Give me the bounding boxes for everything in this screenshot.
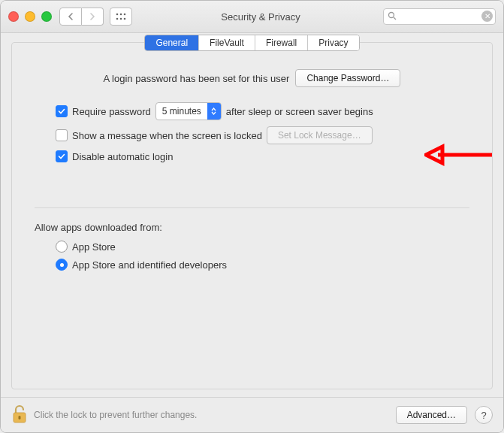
password-set-label: A login password has been set for this u… <box>104 73 290 84</box>
svg-rect-11 <box>19 416 21 419</box>
downloads-section-title: Allow apps downloaded from: <box>35 222 469 233</box>
require-password-checkbox[interactable] <box>56 105 68 117</box>
search-input[interactable] <box>383 8 496 25</box>
annotation-arrow <box>424 142 496 170</box>
titlebar: Security & Privacy ✕ <box>1 1 503 33</box>
advanced-button[interactable]: Advanced… <box>396 406 467 424</box>
forward-button[interactable] <box>82 8 104 26</box>
require-password-suffix: after sleep or screen saver begins <box>226 106 373 117</box>
set-lock-message-button[interactable]: Set Lock Message… <box>267 126 373 144</box>
general-tab-content: A login password has been set for this u… <box>12 51 492 271</box>
require-password-delay-select[interactable]: 5 minutes <box>155 102 222 120</box>
show-message-checkbox[interactable] <box>56 129 68 141</box>
radio-app-store-and-devs[interactable] <box>56 259 68 271</box>
tab-general[interactable]: General <box>145 35 199 50</box>
zoom-window-button[interactable] <box>41 11 52 22</box>
tab-firewall[interactable]: Firewall <box>255 35 308 50</box>
tab-strip: General FileVault Firewall Privacy <box>144 35 359 51</box>
footer-bar: Click the lock to prevent further change… <box>1 397 503 432</box>
svg-line-7 <box>394 17 396 20</box>
lock-text: Click the lock to prevent further change… <box>34 410 197 420</box>
disable-auto-login-checkbox[interactable] <box>56 150 68 162</box>
change-password-button[interactable]: Change Password… <box>295 69 400 87</box>
show-message-label: Show a message when the screen is locked <box>72 130 262 141</box>
help-button[interactable]: ? <box>475 406 493 424</box>
minimize-window-button[interactable] <box>25 11 35 22</box>
require-password-delay-value: 5 minutes <box>156 106 207 117</box>
clear-search-icon[interactable]: ✕ <box>481 11 493 22</box>
window-controls <box>8 11 52 22</box>
svg-point-4 <box>120 18 122 20</box>
window-title: Security & Privacy <box>138 11 383 23</box>
svg-point-3 <box>116 18 119 20</box>
svg-point-2 <box>124 14 126 16</box>
tab-privacy[interactable]: Privacy <box>308 35 358 50</box>
show-all-button[interactable] <box>110 8 132 26</box>
radio-app-store[interactable] <box>56 241 68 253</box>
preferences-window: Security & Privacy ✕ General FileVault F… <box>0 0 504 433</box>
window-body: General FileVault Firewall Privacy A log… <box>1 33 503 425</box>
tab-row: General FileVault Firewall Privacy <box>12 35 492 51</box>
radio-app-store-label: App Store <box>72 241 116 253</box>
close-window-button[interactable] <box>8 11 19 22</box>
svg-point-6 <box>389 13 394 18</box>
search-icon <box>388 11 397 23</box>
svg-point-0 <box>116 14 119 16</box>
nav-buttons <box>59 8 104 26</box>
tab-filevault[interactable]: FileVault <box>199 35 255 50</box>
search-field[interactable]: ✕ <box>383 8 496 25</box>
lock-icon[interactable] <box>11 404 28 426</box>
svg-point-5 <box>124 18 126 20</box>
radio-app-store-and-devs-label: App Store and identified developers <box>72 259 227 271</box>
back-button[interactable] <box>59 8 82 26</box>
disable-auto-login-label: Disable automatic login <box>72 151 173 162</box>
downloads-radio-group: App Store App Store and identified devel… <box>56 241 469 271</box>
pref-panel: General FileVault Firewall Privacy A log… <box>11 42 493 389</box>
stepper-icon <box>207 103 221 120</box>
svg-point-1 <box>120 14 122 16</box>
require-password-prefix: Require password <box>72 106 151 117</box>
section-divider <box>35 207 469 208</box>
